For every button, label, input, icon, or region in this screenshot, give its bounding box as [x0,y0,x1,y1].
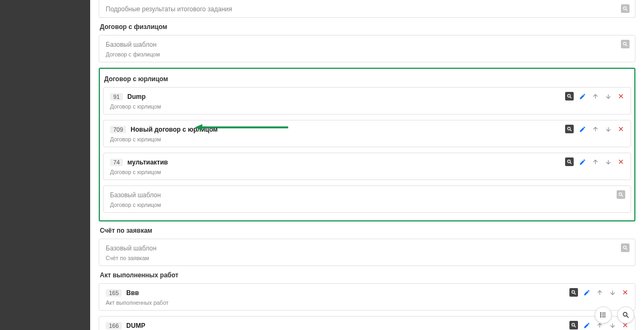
svg-line-19 [574,326,576,327]
card-sub: Счёт по заявкам [106,255,628,261]
close-icon[interactable] [617,125,625,133]
svg-point-0 [624,7,626,10]
template-card: 709 Новый договор с юрлицом Договор с юр… [103,120,631,147]
list-icon [599,311,607,319]
card-title: Базовый шаблон [106,245,157,252]
card-sub: Договор с юрлицом [110,169,624,175]
arrow-down-icon[interactable] [604,92,612,101]
arrow-down-icon[interactable] [604,125,612,133]
svg-line-9 [570,130,572,131]
close-icon[interactable] [617,157,625,166]
arrow-up-icon[interactable] [595,288,604,297]
svg-line-17 [574,293,576,295]
svg-point-4 [568,95,570,97]
template-card-base: Базовый шаблон Договор с физлицом [99,35,635,62]
section-title: Счёт по заявкам [100,227,635,234]
card-title: Dump [127,93,145,101]
id-badge: 74 [110,159,123,166]
template-card-base: Базовый шаблон Счёт по заявкам [99,239,635,266]
svg-point-8 [568,127,570,130]
edit-icon[interactable] [578,157,587,166]
svg-point-18 [572,324,575,326]
section-act: Акт выполненных работ 165 Ввв Акт выполн… [99,271,635,330]
id-badge: 91 [110,93,123,101]
card-sub: Договор с юрлицом [110,136,624,142]
svg-line-3 [626,45,627,46]
card-sub: Договор с юрлицом [110,103,624,110]
search-fab[interactable] [617,306,634,324]
edit-icon[interactable] [578,92,587,101]
section-invoice: Счёт по заявкам Базовый шаблон Счёт по з… [99,227,635,266]
card-title: Ввв [126,289,138,297]
result-card: Подробные результаты итогового задания [99,0,635,18]
arrow-up-icon[interactable] [591,157,599,166]
arrow-up-icon[interactable] [591,125,599,133]
svg-line-15 [626,248,627,250]
edit-icon[interactable] [582,288,591,297]
svg-line-27 [627,316,629,318]
arrow-down-icon[interactable] [608,288,617,297]
section-title: Договор с юрлицом [104,75,631,83]
card-title: Базовый шаблон [110,191,161,199]
template-card: 74 мультиактив Договор с юрлицом [103,153,631,180]
card-sub: Акт выполненных работ [106,299,628,306]
svg-point-14 [624,246,626,249]
card-title: DUMP [126,322,145,329]
close-icon[interactable] [621,288,630,297]
card-title: мультиактив [127,159,168,166]
id-badge: 165 [106,289,122,297]
section-title: Акт выполненных работ [100,271,635,279]
svg-point-2 [624,42,626,45]
svg-point-25 [601,317,601,317]
template-card-base: Базовый шаблон Договор с юрлицом [103,185,631,213]
id-badge: 709 [110,126,126,133]
template-card: 91 Dump Договор с юрлицом [103,87,631,114]
fab-row [595,306,634,324]
search-icon[interactable] [565,92,574,101]
search-icon[interactable] [621,243,630,252]
svg-line-11 [570,162,572,164]
card-sub: Договор с юрлицом [110,202,624,208]
search-icon[interactable] [569,288,578,297]
list-fab[interactable] [595,306,612,324]
svg-point-10 [568,160,570,163]
card-title: Новый договор с юрлицом [130,126,217,133]
close-icon[interactable] [617,92,625,101]
svg-point-24 [601,314,601,315]
edit-icon[interactable] [578,125,587,133]
svg-point-16 [572,291,575,293]
search-icon[interactable] [617,190,625,199]
section-yurlico: Договор с юрлицом 91 Dump Договор с юрли… [99,68,635,221]
search-icon[interactable] [565,125,574,133]
search-icon[interactable] [621,40,630,48]
main-content: Подробные результаты итогового задания Д… [90,0,644,330]
section-fizlico: Договор с физлицом Базовый шаблон Догово… [99,23,635,62]
id-badge: 166 [106,322,122,329]
template-card: 165 Ввв Акт выполненных работ [99,283,635,311]
section-title: Договор с физлицом [100,23,635,31]
result-card-title: Подробные результаты итогового задания [106,5,232,13]
template-card: 166 DUMP Акт выполненных работ [99,316,635,330]
svg-line-1 [626,9,627,11]
svg-point-26 [623,312,627,316]
card-title: Базовый шаблон [106,41,157,48]
card-sub: Договор с физлицом [106,51,628,58]
sidebar [0,0,90,330]
search-icon[interactable] [569,321,578,329]
arrow-up-icon[interactable] [591,92,599,101]
search-icon[interactable] [621,4,630,13]
arrow-down-icon[interactable] [604,157,612,166]
edit-icon[interactable] [582,321,591,329]
svg-point-23 [601,313,601,313]
search-icon[interactable] [565,157,574,166]
svg-line-13 [621,195,623,197]
svg-line-5 [570,97,572,98]
search-icon [622,311,630,319]
svg-point-12 [619,193,622,196]
